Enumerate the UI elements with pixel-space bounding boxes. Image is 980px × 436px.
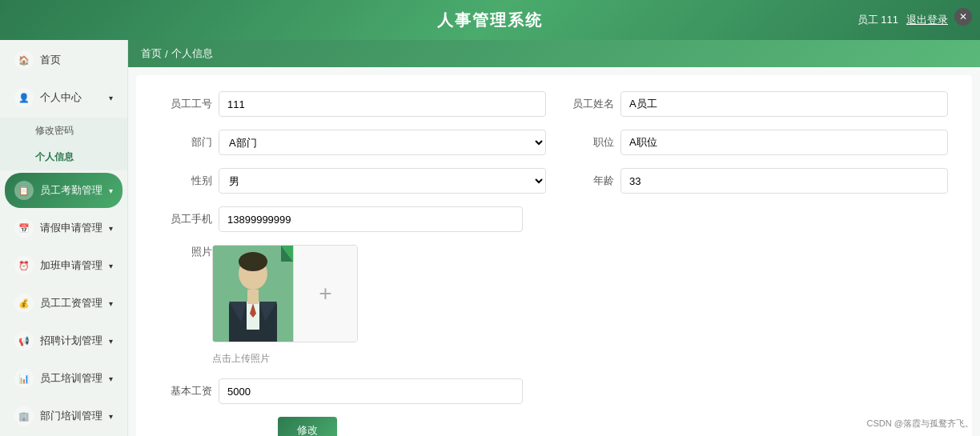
photo-add-button[interactable]: + [293,246,357,342]
dept-select[interactable]: A部门 B部门 C部门 [219,130,546,155]
gender-label: 性别 [160,174,212,188]
submit-button[interactable]: 修改 [278,417,337,436]
sidebar-item-dept-training-label: 部门培训管理 [40,409,102,423]
plus-icon: + [319,281,331,306]
chevron-down-icon-salary: ▾ [109,299,113,308]
sidebar-item-overtime[interactable]: ⏰ 加班申请管理 ▾ [5,248,122,283]
chevron-down-icon-recruit: ▾ [109,337,113,346]
recruit-icon: 📢 [14,331,34,350]
sidebar-sub-personal-info[interactable]: 个人信息 [0,144,127,170]
photo-upload-area[interactable]: + [212,245,358,342]
sidebar-item-salary[interactable]: 💰 员工工资管理 ▾ [5,286,122,321]
form-row-1: 员工工号 员工姓名 [160,91,948,117]
sidebar-item-salary-label: 员工工资管理 [40,296,102,310]
sidebar-item-attendance-label: 员工考勤管理 [40,183,102,198]
chevron-down-icon-leave: ▾ [109,224,113,233]
form-group-gender: 性别 男 女 [160,168,546,194]
sidebar-item-overtime-label: 加班申请管理 [40,258,102,273]
employee-id-label: 员工工号 [160,97,212,111]
sidebar-item-recruit-label: 招聘计划管理 [40,334,102,348]
title-bar-right: 员工 111 退出登录 [858,13,948,27]
sidebar-item-leave[interactable]: 📅 请假申请管理 ▾ [5,210,122,246]
sidebar: 🏠 首页 👤 个人中心 ▾ 修改密码 个人信息 📋 员工考勤管理 ▾ 📅 请假申… [0,40,128,436]
salary-input[interactable] [219,378,523,404]
salary-label: 基本工资 [160,384,212,398]
phone-label: 员工手机 [160,212,212,226]
chevron-down-icon-overtime: ▾ [109,262,113,270]
sidebar-item-home-label: 首页 [40,53,61,67]
chevron-down-icon-training: ▾ [109,374,113,383]
training-icon: 📊 [14,369,34,388]
form-row-salary: 基本工资 [160,378,948,404]
gender-select[interactable]: 男 女 [219,168,546,194]
photo-section: + 点击上传照片 [212,245,358,366]
salary-icon: 💰 [14,294,34,313]
breadcrumb-home[interactable]: 首页 [141,46,162,61]
position-input[interactable] [621,130,948,155]
breadcrumb-separator: / [165,48,168,60]
form-group-salary: 基本工资 [160,378,948,404]
sidebar-item-personal-center[interactable]: 👤 个人中心 ▾ [5,80,122,115]
photo-preview [213,246,293,342]
form-row-4: 员工手机 [160,206,948,232]
form-group-employee-name: 员工姓名 [562,91,948,117]
sidebar-item-recruit[interactable]: 📢 招聘计划管理 ▾ [5,323,122,358]
employee-name-input[interactable] [621,91,948,117]
attendance-icon: 📋 [14,181,34,200]
current-user-label: 员工 111 [858,13,898,27]
form-group-employee-id: 员工工号 [160,91,546,117]
title-bar: 人事管理系统 员工 111 退出登录 ✕ [0,0,980,40]
sidebar-item-leave-label: 请假申请管理 [40,221,102,235]
change-password-label: 修改密码 [35,125,74,136]
photo-hint[interactable]: 点击上传照片 [212,352,358,366]
sidebar-item-personal-label: 个人中心 [40,90,82,105]
dept-training-icon: 🏢 [14,406,34,426]
photo-row: 照片 [160,245,948,366]
age-label: 年龄 [562,174,614,188]
breadcrumb-current: 个人信息 [171,46,213,61]
close-button[interactable]: ✕ [954,8,972,26]
age-input[interactable] [621,168,948,194]
chevron-down-icon-dept-training: ▾ [109,412,113,421]
chevron-down-icon-attendance: ▾ [109,186,113,195]
personal-info-label: 个人信息 [35,151,74,162]
app-title: 人事管理系统 [437,10,543,31]
sidebar-item-dept-training[interactable]: 🏢 部门培训管理 ▾ [5,398,122,434]
employee-name-label: 员工姓名 [562,97,614,111]
form-row-2: 部门 A部门 B部门 C部门 职位 [160,130,948,155]
overtime-icon: ⏰ [14,256,34,275]
position-label: 职位 [562,135,614,150]
submit-row: 修改 [218,417,948,436]
person-icon: 👤 [14,88,34,107]
main-content: 首页 / 个人信息 员工工号 员工姓名 部门 [128,40,980,436]
form-group-position: 职位 [562,130,948,155]
person-illustration [213,246,293,342]
dept-label: 部门 [160,135,212,150]
watermark: CSDN @落霞与孤鹜齐飞。 [867,418,974,430]
form-area: 员工工号 员工姓名 部门 A部门 B部门 C部门 [136,75,972,436]
sidebar-sub-change-password[interactable]: 修改密码 [0,118,127,144]
sidebar-item-training-label: 员工培训管理 [40,371,102,386]
form-group-phone: 员工手机 [160,206,948,232]
home-icon: 🏠 [14,50,34,70]
form-row-3: 性别 男 女 年龄 [160,168,948,194]
breadcrumb: 首页 / 个人信息 [128,40,980,67]
sidebar-item-attendance[interactable]: 📋 员工考勤管理 ▾ [5,173,122,208]
chevron-down-icon: ▾ [109,94,113,102]
phone-input[interactable] [219,206,523,232]
photo-label: 照片 [160,245,212,259]
form-group-dept: 部门 A部门 B部门 C部门 [160,130,546,155]
logout-button[interactable]: 退出登录 [906,13,948,27]
employee-id-input[interactable] [219,91,546,117]
sidebar-item-home[interactable]: 🏠 首页 [5,42,122,78]
form-group-age: 年龄 [562,168,948,194]
leave-icon: 📅 [14,218,34,238]
main-layout: 🏠 首页 👤 个人中心 ▾ 修改密码 个人信息 📋 员工考勤管理 ▾ 📅 请假申… [0,40,980,436]
sidebar-item-training[interactable]: 📊 员工培训管理 ▾ [5,361,122,396]
